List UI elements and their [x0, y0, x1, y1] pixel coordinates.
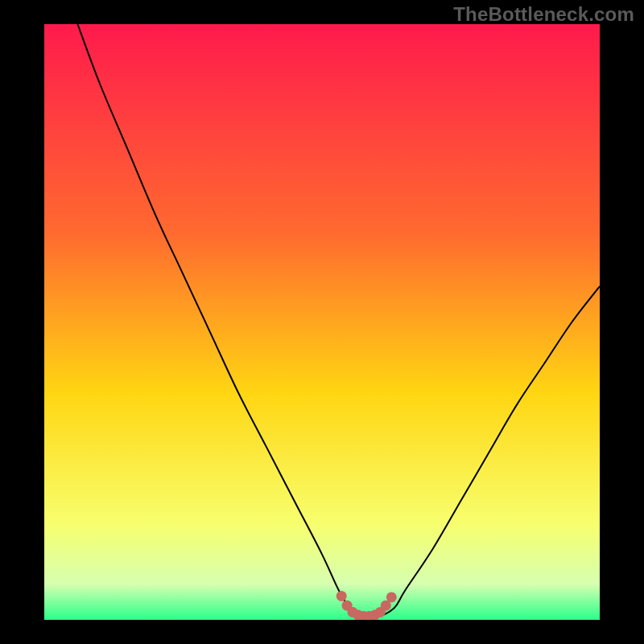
gradient-background: [44, 24, 600, 620]
optimum-dot: [336, 591, 347, 601]
optimum-dot: [386, 592, 397, 602]
chart-svg: [44, 24, 600, 620]
watermark-text: TheBottleneck.com: [453, 3, 634, 26]
chart-frame: TheBottleneck.com: [0, 0, 644, 644]
plot-area: [44, 24, 600, 620]
